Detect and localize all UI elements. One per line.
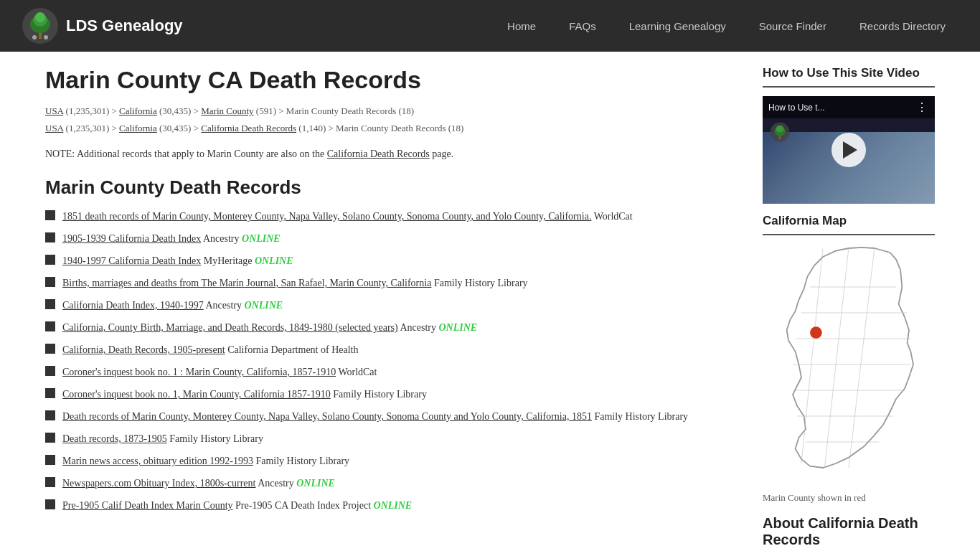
- record-link[interactable]: Coroner's inquest book no. 1, Marin Coun…: [62, 389, 331, 400]
- record-link[interactable]: Coroner's inquest book no. 1 : Marin Cou…: [62, 367, 336, 377]
- record-link[interactable]: Death records, 1873-1905: [62, 433, 167, 444]
- record-link[interactable]: California, Death Records, 1905-present: [62, 344, 225, 355]
- navbar: LDS Genealogy Home FAQs Learning Genealo…: [0, 0, 980, 52]
- marin-county-marker: [810, 326, 822, 339]
- map-divider: [763, 234, 935, 235]
- list-item: Death records of Marin County, Monterey …: [45, 409, 741, 424]
- record-link[interactable]: Births, marriages and deaths from The Ma…: [62, 278, 431, 288]
- record-link[interactable]: California, County Birth, Marriage, and …: [62, 322, 398, 333]
- record-link[interactable]: Newspapers.com Obituary Index, 1800s-cur…: [62, 478, 255, 489]
- svg-point-6: [44, 35, 48, 39]
- records-list: 1851 death records of Marin County, Mont…: [45, 209, 741, 513]
- page-title: Marin County CA Death Records: [45, 66, 741, 94]
- ca-map-svg: [763, 244, 935, 485]
- video-thumbnail[interactable]: How to Use t... ⋮: [763, 96, 935, 204]
- bullet-icon: [45, 388, 55, 398]
- record-source: MyHeritage: [204, 255, 255, 266]
- bullet-icon: [45, 344, 55, 354]
- page-wrapper: Marin County CA Death Records USA (1,235…: [31, 52, 949, 551]
- list-item: Coroner's inquest book no. 1 : Marin Cou…: [45, 364, 741, 380]
- bullet-icon: [45, 255, 55, 265]
- list-item: 1851 death records of Marin County, Mont…: [45, 209, 741, 224]
- brand-logo-icon: [22, 7, 59, 44]
- nav-learning-genealogy[interactable]: Learning Genealogy: [616, 14, 739, 38]
- online-badge: ONLINE: [245, 300, 283, 311]
- bc-california-2[interactable]: California: [119, 123, 157, 133]
- record-source: WorldCat: [594, 211, 633, 222]
- brand-name: LDS Genealogy: [66, 17, 183, 35]
- list-item: California Death Index, 1940-1997 Ancest…: [45, 298, 741, 313]
- record-link[interactable]: 1940-1997 California Death Index: [62, 255, 201, 266]
- record-source: Ancestry: [258, 478, 296, 489]
- list-item: California, County Birth, Marriage, and …: [45, 320, 741, 335]
- record-source: California Department of Health: [227, 344, 358, 355]
- list-item: Newspapers.com Obituary Index, 1800s-cur…: [45, 476, 741, 491]
- bc-usa-1[interactable]: USA: [45, 105, 63, 116]
- brand-link[interactable]: LDS Genealogy: [22, 7, 183, 44]
- bullet-icon: [45, 455, 55, 465]
- bullet-icon: [45, 410, 55, 420]
- record-link[interactable]: California Death Index, 1940-1997: [62, 300, 204, 311]
- record-link[interactable]: Death records of Marin County, Monterey …: [62, 411, 592, 422]
- record-source: WorldCat: [338, 367, 377, 377]
- note-paragraph: NOTE: Additional records that apply to M…: [45, 146, 741, 162]
- main-content: Marin County CA Death Records USA (1,235…: [45, 52, 741, 551]
- bullet-icon: [45, 277, 55, 287]
- record-link[interactable]: 1851 death records of Marin County, Mont…: [62, 211, 591, 222]
- video-dots-icon: ⋮: [916, 100, 929, 114]
- record-source: Family History Library: [594, 411, 688, 422]
- play-triangle-icon: [843, 141, 857, 159]
- svg-point-10: [776, 126, 784, 133]
- bc-marin-county[interactable]: Marin County: [201, 105, 253, 116]
- bullet-icon: [45, 210, 55, 220]
- bullet-icon: [45, 232, 55, 242]
- video-logo: [770, 122, 790, 145]
- online-badge: ONLINE: [255, 255, 293, 266]
- nav-links: Home FAQs Learning Genealogy Source Find…: [494, 14, 958, 38]
- bullet-icon: [45, 477, 55, 487]
- record-source: Ancestry: [203, 233, 242, 244]
- svg-point-4: [35, 12, 45, 22]
- record-source: Family History Library: [255, 456, 349, 466]
- record-source: Family History Library: [434, 278, 528, 288]
- breadcrumb-2: USA (1,235,301) > California (30,435) > …: [45, 121, 741, 136]
- about-title: About California Death Records: [763, 515, 935, 548]
- record-source: Family History Library: [169, 433, 263, 444]
- sidebar: How to Use This Site Video How to Use t.…: [763, 52, 935, 551]
- record-source: Pre-1905 CA Death Index Project: [235, 500, 373, 511]
- nav-home[interactable]: Home: [494, 14, 549, 38]
- list-item: Marin news access, obituary edition 1992…: [45, 453, 741, 468]
- list-item: 1940-1997 California Death Index MyHerit…: [45, 253, 741, 268]
- nav-faqs[interactable]: FAQs: [556, 14, 609, 38]
- video-section-title: How to Use This Site Video: [763, 66, 935, 80]
- record-link[interactable]: 1905-1939 California Death Index: [62, 233, 201, 244]
- list-item: 1905-1939 California Death Index Ancestr…: [45, 231, 741, 246]
- note-link[interactable]: California Death Records: [327, 149, 430, 159]
- list-item: Coroner's inquest book no. 1, Marin Coun…: [45, 387, 741, 402]
- record-source: Ancestry: [205, 300, 244, 311]
- video-play-button[interactable]: [831, 133, 866, 167]
- list-item: Births, marriages and deaths from The Ma…: [45, 276, 741, 291]
- map-section-title: California Map: [763, 214, 935, 228]
- online-badge: ONLINE: [438, 322, 477, 333]
- bc-california-1[interactable]: California: [119, 105, 157, 116]
- california-map: [763, 244, 935, 488]
- nav-source-finder[interactable]: Source Finder: [746, 14, 839, 38]
- bullet-icon: [45, 366, 55, 376]
- bullet-icon: [45, 499, 55, 509]
- bullet-icon: [45, 299, 55, 309]
- bullet-icon: [45, 433, 55, 443]
- record-source: Ancestry: [400, 322, 438, 333]
- breadcrumb-1: USA (1,235,301) > California (30,435) > …: [45, 104, 741, 118]
- list-item: Death records, 1873-1905 Family History …: [45, 431, 741, 446]
- online-badge: ONLINE: [242, 233, 281, 244]
- bc-ca-death-records[interactable]: California Death Records: [201, 123, 296, 133]
- bc-usa-2[interactable]: USA: [45, 123, 63, 133]
- record-link[interactable]: Pre-1905 Calif Death Index Marin County: [62, 500, 233, 511]
- online-badge: ONLINE: [374, 500, 413, 511]
- online-badge: ONLINE: [296, 478, 335, 489]
- video-top-bar: How to Use t... ⋮: [763, 96, 935, 118]
- record-link[interactable]: Marin news access, obituary edition 1992…: [62, 456, 253, 466]
- nav-records-directory[interactable]: Records Directory: [847, 14, 958, 38]
- video-bar-text: How to Use t...: [768, 103, 825, 113]
